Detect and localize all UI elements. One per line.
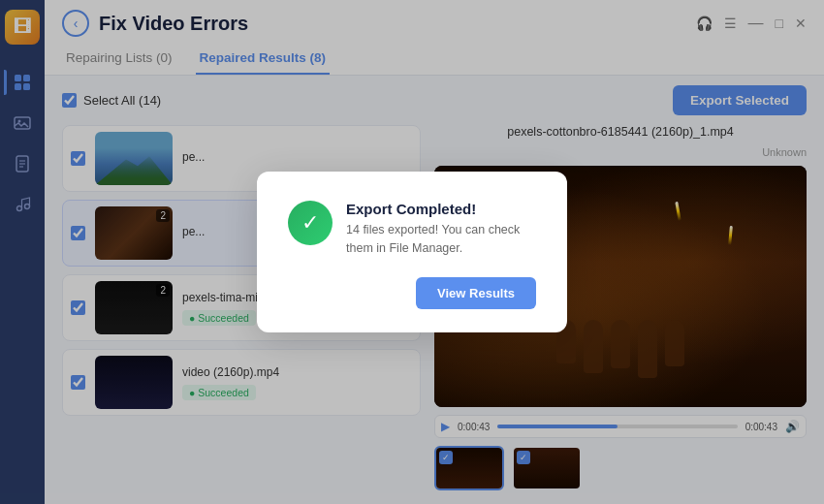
view-results-button[interactable]: View Results [416,277,536,309]
modal-overlay: ✓ Export Completed! 14 files exported! Y… [0,0,824,504]
export-completed-modal: ✓ Export Completed! 14 files exported! Y… [257,172,567,332]
modal-success-icon: ✓ [288,201,333,245]
modal-description: 14 files exported! You can check them in… [346,221,536,258]
modal-title: Export Completed! [346,201,536,217]
